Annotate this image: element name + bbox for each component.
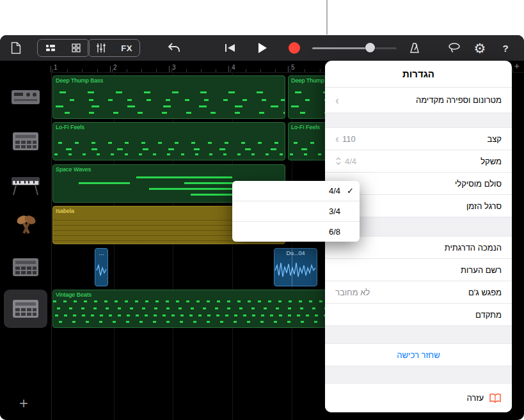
tracks-view-icon [45, 44, 56, 52]
midi-region-vintage-beats[interactable]: Vintage Beats [52, 290, 358, 328]
ruler-mark-4: 4 [232, 64, 235, 71]
help-label: עזרה [466, 393, 484, 403]
time-ruler-label: סרגל הזמן [466, 201, 502, 211]
region-label: Lo-Fi Feels [291, 124, 320, 130]
volume-slider-knob[interactable] [365, 43, 375, 52]
section-gap [325, 366, 512, 384]
sidebar-track-4[interactable] [4, 206, 47, 244]
mixer-sliders-icon [96, 43, 106, 53]
synth-icon [8, 83, 43, 111]
rewind-button[interactable] [225, 43, 236, 52]
tempo-value-text: 110 [342, 134, 356, 144]
my-songs-document-button[interactable] [12, 42, 21, 54]
loop-browser-button[interactable] [448, 43, 461, 54]
settings-row-notepad[interactable]: רשם הערות [325, 259, 512, 281]
settings-row-tempo[interactable]: קצב ‹ 110 [325, 128, 512, 150]
menu-item-label: 4/4 [329, 186, 340, 196]
metronome-button[interactable] [409, 42, 420, 54]
skip-to-beginning-icon [225, 43, 236, 52]
region-label: … [99, 250, 104, 256]
undo-icon [167, 42, 181, 54]
tempo-value: ‹ 110 [335, 133, 356, 144]
document-icon [12, 42, 21, 54]
metronome-icon [409, 42, 420, 54]
play-icon [257, 42, 267, 54]
key-label: סולם מוסיקלי [455, 179, 502, 189]
loop-lasso-icon [448, 43, 461, 54]
restore-purchase-button[interactable]: שחזר רכישה [325, 344, 512, 366]
jam-session-label: מפגש ג'ם [468, 288, 502, 297]
time-signature-menu: 4/4 ✓ 3/4 6/8 [232, 181, 360, 242]
help-button[interactable]: ? [502, 43, 508, 54]
help-question-icon: ? [502, 43, 508, 54]
menu-item-label: 3/4 [329, 206, 340, 216]
section-gap [325, 326, 512, 344]
track-controls-button[interactable] [88, 43, 114, 53]
settings-row-time-signature[interactable]: משקל 4/4 [325, 150, 512, 173]
add-track-button[interactable]: + [19, 394, 28, 412]
fx-button[interactable]: FX [114, 43, 139, 53]
help-row[interactable]: עזרה [325, 384, 512, 412]
audio-region-du04[interactable]: Du...04 [274, 248, 317, 286]
midi-region-deep-thump-bass[interactable]: Deep Thump Bass [52, 75, 285, 119]
tempo-label: קצב [487, 134, 502, 144]
settings-row-jam-session[interactable]: מפגש ג'ם לא מחובר [325, 281, 512, 304]
sidebar-track-3[interactable] [4, 164, 47, 203]
settings-title: הגדרות [325, 61, 512, 88]
region-label: Lo-Fi Feels [56, 124, 84, 130]
chevron-back-icon: ‹ [335, 95, 339, 106]
region-label: Deep Thump Bass [56, 77, 103, 84]
master-volume-slider[interactable] [312, 47, 397, 49]
track-header-sidebar: + [0, 72, 51, 420]
settings-row-advanced[interactable]: מתקדם [325, 304, 512, 326]
audio-region-small[interactable]: … [95, 248, 108, 286]
row-accessory: ‹ [335, 95, 339, 106]
chevron-back-icon: ‹ [335, 133, 339, 144]
play-button[interactable] [257, 42, 267, 54]
midi-region-lofi-feels[interactable]: Lo-Fi Feels [52, 122, 285, 160]
settings-button[interactable]: ⚙ [474, 42, 486, 55]
tracks-view-button[interactable] [38, 44, 63, 52]
record-icon [289, 42, 300, 54]
drum-machine-icon [8, 127, 43, 155]
fade-out-label: הנמכה הדרגתית [445, 243, 502, 253]
menu-item-6-8[interactable]: 6/8 [232, 222, 360, 242]
region-label: Du...04 [286, 250, 305, 256]
percussion-icon [8, 211, 43, 239]
main-toolbar: FX ⚙ ? [0, 35, 524, 61]
region-label: Space Waves [56, 166, 91, 173]
screenshot-root: FX ⚙ ? [0, 0, 524, 420]
keyboard-icon [8, 169, 43, 198]
live-loops-grid-button[interactable] [63, 43, 89, 52]
book-icon [489, 393, 502, 403]
view-switcher [37, 39, 90, 57]
record-button[interactable] [289, 42, 300, 54]
settings-gear-icon: ⚙ [474, 42, 486, 55]
sidebar-track-5[interactable] [4, 248, 47, 286]
sidebar-track-6-selected[interactable] [4, 290, 47, 328]
garageband-app: FX ⚙ ? [0, 35, 524, 420]
menu-item-4-4[interactable]: 4/4 ✓ [232, 181, 360, 201]
ruler-mark-1: 1 [54, 64, 58, 71]
callout-line [326, 0, 328, 35]
metronome-count-in-label: מטרונום וספירה מקדימה [416, 95, 502, 105]
menu-item-3-4[interactable]: 3/4 [232, 201, 360, 222]
settings-row-metronome[interactable]: מטרונום וספירה מקדימה ‹ [325, 88, 512, 113]
song-sections-button[interactable]: + [514, 61, 520, 71]
controls-group: FX [88, 39, 140, 57]
notepad-label: רשם הערות [461, 265, 502, 275]
drum-machine-icon [8, 295, 43, 323]
sidebar-track-2[interactable] [4, 122, 47, 160]
time-signature-value: 4/4 [335, 157, 356, 166]
ruler-mark-3: 3 [172, 64, 176, 71]
advanced-label: מתקדם [475, 310, 502, 320]
drum-machine-icon [8, 253, 43, 281]
time-signature-value-text: 4/4 [345, 157, 356, 166]
sidebar-divider [51, 72, 52, 420]
grid-icon [72, 43, 81, 52]
sidebar-track-1[interactable] [4, 75, 47, 119]
undo-button[interactable] [167, 42, 181, 54]
time-signature-label: משקל [480, 157, 502, 166]
ruler-mark-5: 5 [291, 64, 295, 71]
section-gap [325, 113, 512, 128]
